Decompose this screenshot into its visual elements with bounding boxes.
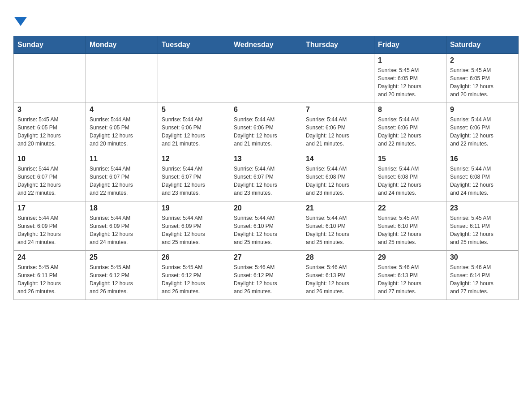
day-info: Sunrise: 5:44 AMSunset: 6:07 PMDaylight:… [234,165,298,197]
calendar-cell: 28Sunrise: 5:46 AMSunset: 6:13 PMDayligh… [302,251,374,300]
calendar-cell: 13Sunrise: 5:44 AMSunset: 6:07 PMDayligh… [230,152,302,201]
day-info: Sunrise: 5:44 AMSunset: 6:10 PMDaylight:… [306,214,370,246]
day-info: Sunrise: 5:44 AMSunset: 6:07 PMDaylight:… [162,165,226,197]
calendar-cell: 6Sunrise: 5:44 AMSunset: 6:06 PMDaylight… [230,103,302,152]
day-number: 22 [378,204,442,212]
day-number: 7 [306,106,370,114]
day-number: 8 [378,106,442,114]
day-info: Sunrise: 5:44 AMSunset: 6:08 PMDaylight:… [306,165,370,197]
calendar-header-row: Sunday Monday Tuesday Wednesday Thursday… [14,36,519,54]
calendar-cell: 1Sunrise: 5:45 AMSunset: 6:05 PMDaylight… [374,54,446,103]
calendar-cell: 29Sunrise: 5:46 AMSunset: 6:13 PMDayligh… [374,251,446,300]
svg-marker-0 [14,17,27,26]
calendar-cell: 4Sunrise: 5:44 AMSunset: 6:05 PMDaylight… [86,103,158,152]
day-number: 10 [17,155,82,163]
day-number: 15 [378,155,442,163]
day-info: Sunrise: 5:44 AMSunset: 6:09 PMDaylight:… [90,214,154,246]
calendar-cell: 2Sunrise: 5:45 AMSunset: 6:05 PMDaylight… [446,54,518,103]
day-number: 23 [450,204,515,212]
day-number: 3 [17,106,82,114]
day-number: 28 [306,253,370,261]
calendar-cell [158,54,230,103]
day-info: Sunrise: 5:45 AMSunset: 6:12 PMDaylight:… [162,263,226,295]
day-info: Sunrise: 5:44 AMSunset: 6:06 PMDaylight:… [450,116,515,148]
day-number: 9 [450,106,515,114]
day-number: 21 [306,204,370,212]
calendar-cell: 15Sunrise: 5:44 AMSunset: 6:08 PMDayligh… [374,152,446,201]
day-number: 25 [90,253,154,261]
day-info: Sunrise: 5:45 AMSunset: 6:05 PMDaylight:… [450,66,515,98]
calendar-cell [86,54,158,103]
calendar-cell: 5Sunrise: 5:44 AMSunset: 6:06 PMDaylight… [158,103,230,152]
calendar-cell: 22Sunrise: 5:45 AMSunset: 6:10 PMDayligh… [374,201,446,251]
logo [13,13,27,27]
calendar-cell: 17Sunrise: 5:44 AMSunset: 6:09 PMDayligh… [14,201,86,251]
day-info: Sunrise: 5:45 AMSunset: 6:10 PMDaylight:… [378,214,442,246]
calendar-cell: 24Sunrise: 5:45 AMSunset: 6:11 PMDayligh… [14,251,86,300]
day-info: Sunrise: 5:44 AMSunset: 6:07 PMDaylight:… [90,165,154,197]
day-number: 14 [306,155,370,163]
calendar-cell: 12Sunrise: 5:44 AMSunset: 6:07 PMDayligh… [158,152,230,201]
day-number: 20 [234,204,298,212]
day-number: 6 [234,106,298,114]
calendar-cell: 19Sunrise: 5:44 AMSunset: 6:09 PMDayligh… [158,201,230,251]
day-info: Sunrise: 5:44 AMSunset: 6:09 PMDaylight:… [162,214,226,246]
week-row-4: 17Sunrise: 5:44 AMSunset: 6:09 PMDayligh… [14,201,519,251]
day-info: Sunrise: 5:44 AMSunset: 6:08 PMDaylight:… [378,165,442,197]
calendar-cell: 25Sunrise: 5:45 AMSunset: 6:12 PMDayligh… [86,251,158,300]
day-number: 27 [234,253,298,261]
calendar-cell: 3Sunrise: 5:45 AMSunset: 6:05 PMDaylight… [14,103,86,152]
calendar-cell: 23Sunrise: 5:45 AMSunset: 6:11 PMDayligh… [446,201,518,251]
calendar-cell: 16Sunrise: 5:44 AMSunset: 6:08 PMDayligh… [446,152,518,201]
day-info: Sunrise: 5:44 AMSunset: 6:07 PMDaylight:… [17,165,82,197]
calendar-cell: 30Sunrise: 5:46 AMSunset: 6:14 PMDayligh… [446,251,518,300]
week-row-3: 10Sunrise: 5:44 AMSunset: 6:07 PMDayligh… [14,152,519,201]
day-info: Sunrise: 5:44 AMSunset: 6:06 PMDaylight:… [306,116,370,148]
day-info: Sunrise: 5:46 AMSunset: 6:14 PMDaylight:… [450,263,515,295]
calendar-cell: 14Sunrise: 5:44 AMSunset: 6:08 PMDayligh… [302,152,374,201]
calendar-cell: 18Sunrise: 5:44 AMSunset: 6:09 PMDayligh… [86,201,158,251]
day-info: Sunrise: 5:44 AMSunset: 6:06 PMDaylight:… [378,116,442,148]
day-info: Sunrise: 5:44 AMSunset: 6:09 PMDaylight:… [17,214,82,246]
day-number: 24 [17,253,82,261]
day-number: 2 [450,56,515,64]
calendar-cell: 26Sunrise: 5:45 AMSunset: 6:12 PMDayligh… [158,251,230,300]
calendar-cell: 11Sunrise: 5:44 AMSunset: 6:07 PMDayligh… [86,152,158,201]
day-number: 13 [234,155,298,163]
calendar-cell: 9Sunrise: 5:44 AMSunset: 6:06 PMDaylight… [446,103,518,152]
calendar-cell: 21Sunrise: 5:44 AMSunset: 6:10 PMDayligh… [302,201,374,251]
day-info: Sunrise: 5:46 AMSunset: 6:12 PMDaylight:… [234,263,298,295]
day-number: 29 [378,253,442,261]
calendar-cell: 27Sunrise: 5:46 AMSunset: 6:12 PMDayligh… [230,251,302,300]
day-info: Sunrise: 5:46 AMSunset: 6:13 PMDaylight:… [378,263,442,295]
week-row-5: 24Sunrise: 5:45 AMSunset: 6:11 PMDayligh… [14,251,519,300]
day-number: 17 [17,204,82,212]
day-number: 12 [162,155,226,163]
header-thursday: Thursday [302,36,374,54]
day-number: 30 [450,253,515,261]
day-info: Sunrise: 5:45 AMSunset: 6:12 PMDaylight:… [90,263,154,295]
logo-triangle-icon [14,14,27,27]
header-monday: Monday [86,36,158,54]
calendar-cell: 20Sunrise: 5:44 AMSunset: 6:10 PMDayligh… [230,201,302,251]
calendar-table: Sunday Monday Tuesday Wednesday Thursday… [13,36,519,300]
calendar-cell: 10Sunrise: 5:44 AMSunset: 6:07 PMDayligh… [14,152,86,201]
calendar-cell [230,54,302,103]
calendar-cell [14,54,86,103]
calendar-cell [302,54,374,103]
day-info: Sunrise: 5:45 AMSunset: 6:11 PMDaylight:… [17,263,82,295]
day-info: Sunrise: 5:45 AMSunset: 6:05 PMDaylight:… [17,116,82,148]
day-info: Sunrise: 5:45 AMSunset: 6:05 PMDaylight:… [378,66,442,98]
header-sunday: Sunday [14,36,86,54]
header-saturday: Saturday [446,36,518,54]
day-info: Sunrise: 5:44 AMSunset: 6:08 PMDaylight:… [450,165,515,197]
day-number: 5 [162,106,226,114]
day-number: 11 [90,155,154,163]
header-wednesday: Wednesday [230,36,302,54]
day-info: Sunrise: 5:44 AMSunset: 6:05 PMDaylight:… [90,116,154,148]
day-info: Sunrise: 5:44 AMSunset: 6:10 PMDaylight:… [234,214,298,246]
day-info: Sunrise: 5:45 AMSunset: 6:11 PMDaylight:… [450,214,515,246]
day-number: 19 [162,204,226,212]
day-info: Sunrise: 5:44 AMSunset: 6:06 PMDaylight:… [162,116,226,148]
day-number: 18 [90,204,154,212]
